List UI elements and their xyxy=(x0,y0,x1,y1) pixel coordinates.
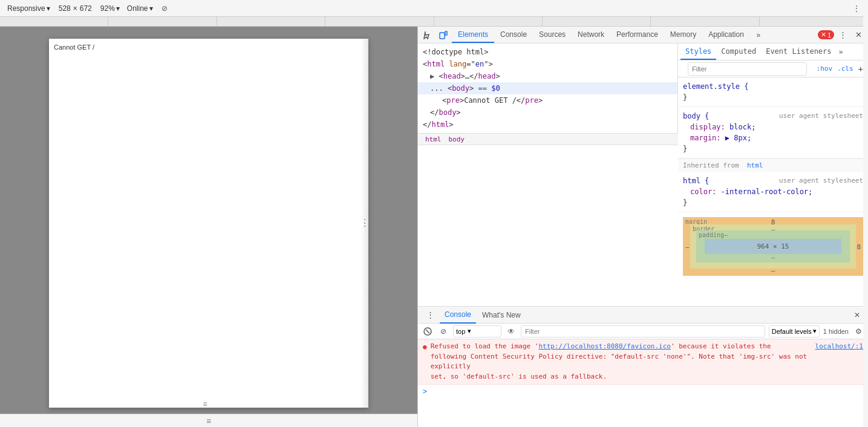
main-layout: Cannot GET / ⋮ ≡ ≡ xyxy=(0,27,868,427)
ruler-segment xyxy=(108,17,217,26)
style-block-html-close: } xyxy=(683,197,863,208)
tab-application[interactable]: Application xyxy=(702,27,750,43)
tab-sources[interactable]: Sources xyxy=(533,27,572,43)
resize-handle-bottom[interactable]: ≡ xyxy=(49,400,361,408)
prompt-arrow-icon: > xyxy=(423,387,427,396)
device-toggle-icon[interactable] xyxy=(436,28,451,42)
ruler xyxy=(0,17,868,27)
preview-content: Cannot GET / ⋮ ≡ xyxy=(0,27,417,414)
devtools-panel: Elements Console Sources Network Perform… xyxy=(417,27,868,427)
breadcrumb-html[interactable]: html xyxy=(423,135,444,143)
network-chevron-icon: ▾ xyxy=(149,4,153,13)
style-prop-color: color: -internal-root-color; xyxy=(683,186,863,197)
dom-line-head[interactable]: ▶ <head>…</head> xyxy=(418,70,677,82)
console-clear-icon[interactable] xyxy=(422,325,434,337)
box-padding: padding– 964 × 15 – xyxy=(696,230,850,262)
bottom-handle-icon: ≡ xyxy=(206,416,211,426)
console-settings-icon[interactable]: ⚙ xyxy=(852,325,864,337)
dom-line-html[interactable]: <html lang="en"> xyxy=(418,58,677,70)
top-toolbar: Responsive ▾ 528 × 672 92% ▾ Online ▾ ⊘ … xyxy=(0,0,868,17)
styles-panel: Styles Computed Event Listeners » :hov xyxy=(678,44,868,306)
styles-more-tabs[interactable]: » xyxy=(839,48,843,56)
console-filter-input[interactable] xyxy=(521,325,765,337)
box-model-diagram: margin 8 – 8 border – padding– 964 × 15 xyxy=(683,217,863,276)
devtools-right-icons: ✕ 1 ⋮ ✕ xyxy=(818,28,866,42)
tab-elements[interactable]: Elements xyxy=(452,27,494,43)
styles-filter-box[interactable] xyxy=(688,62,807,76)
hov-pseudo-filter[interactable]: :hov xyxy=(817,65,833,73)
styles-filter-row: :hov .cls + xyxy=(678,60,868,77)
console-header: ⋮ Console What's New ✕ xyxy=(418,307,868,324)
dom-line-doctype[interactable]: <!doctype html> xyxy=(418,46,677,58)
svg-line-3 xyxy=(426,330,429,333)
dimension-separator: × xyxy=(73,4,77,13)
hidden-messages-count: 1 hidden xyxy=(823,328,849,335)
box-margin: margin 8 – 8 border – padding– 964 × 15 xyxy=(683,217,863,276)
error-count-badge[interactable]: ✕ 1 xyxy=(818,30,834,39)
console-close-button[interactable]: ✕ xyxy=(851,309,863,321)
console-filter-icon[interactable]: ⊘ xyxy=(437,325,449,337)
error-text: Refused to load the image 'http://localh… xyxy=(431,342,811,382)
box-margin-right: 8 xyxy=(857,243,861,250)
preview-frame[interactable]: Cannot GET / ⋮ ≡ xyxy=(49,39,368,408)
style-block-element: element.style { } xyxy=(678,77,868,107)
error-url-link[interactable]: http://localhost:8080/favicon.ico xyxy=(538,342,671,350)
more-options-icon[interactable]: ⋮ xyxy=(850,2,863,15)
zoom-chevron-icon: ▾ xyxy=(116,4,120,13)
console-options-icon[interactable]: ⋮ xyxy=(423,308,437,322)
styles-scrollbar[interactable] xyxy=(863,44,868,306)
inspect-element-icon[interactable] xyxy=(420,28,435,42)
console-content: ● Refused to load the image 'http://loca… xyxy=(418,339,868,427)
tab-styles[interactable]: Styles xyxy=(680,44,716,60)
box-border: border – padding– 964 × 15 – xyxy=(690,224,856,269)
dom-section: <!doctype html> <html lang="en"> ▶ <head… xyxy=(418,44,678,306)
preview-bottom-bar: ≡ xyxy=(0,414,417,427)
dom-line-body-close[interactable]: </body> xyxy=(418,106,677,119)
cls-class-filter[interactable]: .cls xyxy=(837,65,853,73)
dom-line-html-close[interactable]: </html> xyxy=(418,119,677,131)
inherited-from-header: Inherited from html xyxy=(678,158,868,172)
console-context-selector[interactable]: top ▾ xyxy=(453,325,501,337)
resize-dots-icon: ⋮ xyxy=(360,218,370,228)
no-throttling-icon[interactable]: ⊘ xyxy=(158,2,171,15)
styles-filter-input[interactable] xyxy=(692,65,803,73)
tab-network[interactable]: Network xyxy=(572,27,610,43)
tab-computed[interactable]: Computed xyxy=(716,44,761,60)
tab-memory[interactable]: Memory xyxy=(664,27,702,43)
height-value: 672 xyxy=(80,4,92,13)
tab-performance[interactable]: Performance xyxy=(610,27,664,43)
console-eye-icon[interactable]: 👁 xyxy=(505,325,517,337)
devtools-tabs: Elements Console Sources Network Perform… xyxy=(452,27,817,43)
error-circle-icon: ● xyxy=(423,342,427,353)
svg-rect-0 xyxy=(440,33,445,39)
error-source-link[interactable]: localhost/:1 xyxy=(815,342,863,352)
dom-tree[interactable]: <!doctype html> <html lang="en"> ▶ <head… xyxy=(418,44,678,133)
dom-line-pre[interactable]: <pre>Cannot GET /</pre> xyxy=(418,94,677,106)
style-prop-margin: margin: ▶ 8px; xyxy=(683,132,863,143)
console-prompt: > xyxy=(418,385,868,398)
console-tab-console[interactable]: Console xyxy=(440,307,476,324)
tab-console[interactable]: Console xyxy=(494,27,533,43)
resize-handle-right[interactable]: ⋮ xyxy=(361,39,368,408)
add-style-rule-icon[interactable]: + xyxy=(858,64,863,74)
breadcrumb-body[interactable]: body xyxy=(446,135,468,143)
console-header-tabs: Console What's New xyxy=(440,307,849,324)
tab-event-listeners[interactable]: Event Listeners xyxy=(761,44,836,60)
responsive-selector[interactable]: Responsive ▾ xyxy=(5,3,53,14)
responsive-chevron-icon: ▾ xyxy=(47,4,50,13)
style-selector-element: element.style { xyxy=(683,81,863,92)
dimension-display: 528 × 672 xyxy=(55,4,96,13)
inherited-from-element[interactable]: html xyxy=(743,161,763,169)
zoom-selector[interactable]: 92% ▾ xyxy=(98,3,122,14)
preview-panel: Cannot GET / ⋮ ≡ ≡ xyxy=(0,27,417,427)
more-tabs-button[interactable]: » xyxy=(751,28,766,42)
ruler-segment xyxy=(651,17,759,26)
devtools-more-icon[interactable]: ⋮ xyxy=(835,28,850,42)
console-tab-whatsnew[interactable]: What's New xyxy=(477,307,526,324)
console-level-selector[interactable]: Default levels ▾ xyxy=(769,325,820,337)
console-error-message: ● Refused to load the image 'http://loca… xyxy=(418,339,868,385)
ruler-segment xyxy=(325,17,434,26)
network-throttle-selector[interactable]: Online ▾ xyxy=(125,3,155,14)
dom-line-body[interactable]: ... <body> == $0 xyxy=(418,82,677,94)
style-block-body: body { user agent stylesheet display: bl… xyxy=(678,107,868,158)
